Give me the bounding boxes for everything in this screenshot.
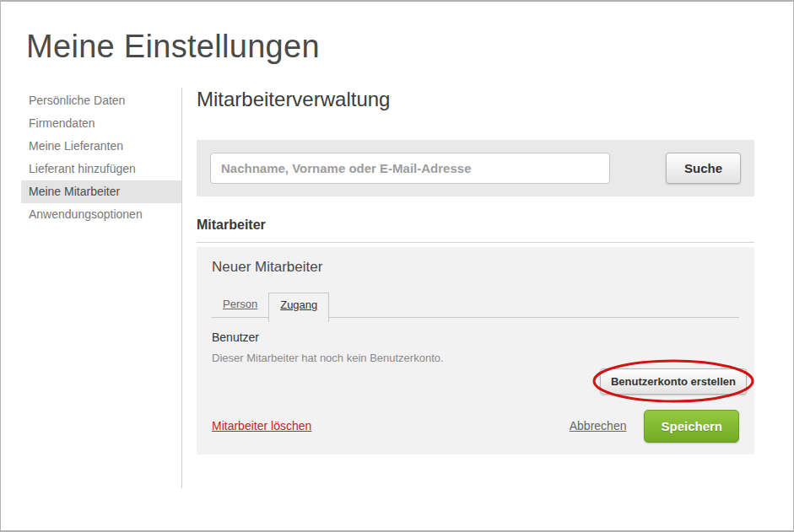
annotation-wrap: Benutzerkonto erstellen — [600, 368, 747, 395]
sidebar-item-anwendungsoptionen[interactable]: Anwendungsoptionen — [21, 203, 181, 226]
create-account-button[interactable]: Benutzerkonto erstellen — [600, 368, 747, 395]
settings-sidebar: Persönliche Daten Firmendaten Meine Lief… — [1, 88, 182, 488]
search-input[interactable] — [210, 153, 610, 184]
sidebar-item-persoenliche-daten[interactable]: Persönliche Daten — [21, 89, 181, 112]
create-account-row: Benutzerkonto erstellen — [212, 368, 747, 395]
tab-zugang[interactable]: Zugang — [268, 293, 329, 322]
sidebar-item-lieferant-hinzufuegen[interactable]: Lieferant hinzufügen — [21, 158, 181, 180]
benutzer-heading: Benutzer — [212, 330, 739, 344]
save-button[interactable]: Speichern — [644, 410, 739, 443]
panel-footer: Mitarbeiter löschen Abbrechen Speichern — [212, 410, 739, 443]
tab-zugang-label: Zugang — [280, 298, 317, 311]
tab-person[interactable]: Person — [212, 293, 268, 317]
divider — [197, 242, 754, 243]
settings-page: Meine Einstellungen Persönliche Daten Fi… — [0, 0, 794, 532]
page-title: Meine Einstellungen — [26, 29, 793, 66]
search-bar: Suche — [197, 140, 754, 196]
content-wrap: Persönliche Daten Firmendaten Meine Lief… — [1, 88, 793, 488]
sidebar-item-meine-lieferanten[interactable]: Meine Lieferanten — [21, 135, 181, 158]
panel-title: Neuer Mitarbeiter — [212, 259, 739, 276]
search-button[interactable]: Suche — [666, 153, 741, 184]
no-account-info-text: Dieser Mitarbeiter hat noch kein Benutze… — [212, 352, 739, 364]
sidebar-item-firmendaten[interactable]: Firmendaten — [21, 112, 181, 135]
sidebar-item-meine-mitarbeiter[interactable]: Meine Mitarbeiter — [21, 180, 181, 203]
cancel-link[interactable]: Abbrechen — [570, 419, 627, 433]
tab-bar: Person Zugang — [212, 293, 739, 318]
delete-employee-link[interactable]: Mitarbeiter löschen — [212, 419, 311, 433]
neuer-mitarbeiter-panel: Neuer Mitarbeiter Person Zugang Benutzer… — [197, 247, 754, 454]
main-area: Mitarbeiterverwaltung Suche Mitarbeiter … — [182, 88, 793, 488]
tab-person-label: Person — [223, 298, 257, 310]
section-title: Mitarbeiterverwaltung — [197, 88, 754, 111]
mitarbeiter-heading: Mitarbeiter — [197, 218, 754, 233]
